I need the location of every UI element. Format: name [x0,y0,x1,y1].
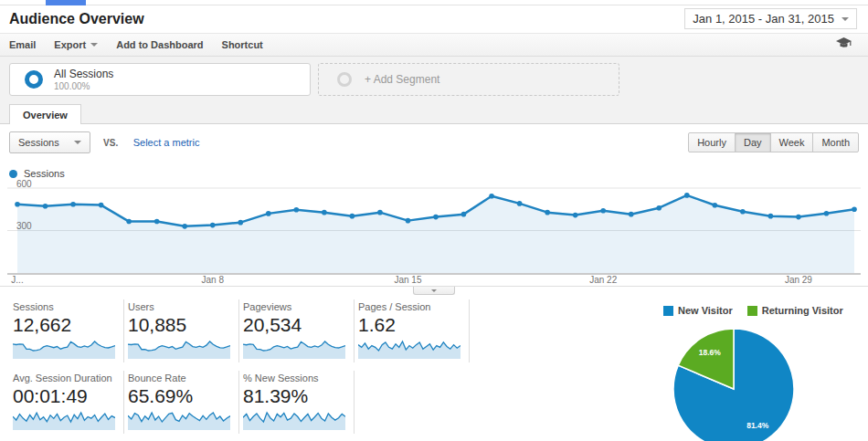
x-axis-tick: Jan 22 [589,275,617,285]
metric-value: 10,885 [128,314,233,336]
chart-controls: Sessions VS. Select a metric Hourly Day … [9,131,859,157]
chevron-down-icon [431,289,437,292]
interval-week-button[interactable]: Week [770,132,814,152]
metric-value: 00:01:49 [13,385,118,407]
metric-card-pageviews: Pageviews 20,534 [239,299,355,362]
sessions-line-chart [7,182,861,275]
metric-label: Avg. Session Duration [13,373,118,383]
export-button[interactable]: Export [54,39,98,50]
segment-percent: 100.00% [54,81,113,91]
legend-label: New Visitor [678,305,733,316]
x-axis-labels: J...Jan 8Jan 15Jan 22Jan 29 [7,274,861,286]
sessions-legend-dot [9,170,17,178]
metric-card-bounce-rate: Bounce Rate 65.69% [124,371,239,434]
main-chart-legend: Sessions [9,168,868,179]
vs-label: VS. [103,138,118,148]
legend-returning-visitor: Returning Visitor [747,305,843,316]
shortcut-button[interactable]: Shortcut [222,39,263,50]
metric-label: % New Sessions [243,373,348,383]
chevron-down-icon [74,141,81,144]
add-segment-label: + Add Segment [365,73,439,86]
sparkline [358,339,460,359]
date-range-text: Jan 1, 2015 - Jan 31, 2015 [693,12,834,26]
svg-text:18.6%: 18.6% [699,348,722,357]
tab-overview[interactable]: Overview [9,104,81,124]
x-axis-tick: Jan 15 [394,275,421,285]
main-chart: 600 300 J...Jan 8Jan 15Jan 22Jan 29 [7,182,861,286]
metric-label: Bounce Rate [128,373,233,383]
sparkline [13,410,115,430]
main-chart-section: 600 300 J...Jan 8Jan 15Jan 22Jan 29 [0,182,868,287]
metric-card-pages-per-session: Pages / Session 1.62 [355,299,470,362]
metric-card-avg-session-duration: Avg. Session Duration 00:01:49 [9,371,124,434]
sparkline [13,339,115,359]
summary-section: Sessions 12,662 Users 10,885 Pageviews 2… [0,299,868,441]
metric-card-new-sessions: % New Sessions 81.39% [239,371,355,434]
metric-card-sessions: Sessions 12,662 [9,299,124,362]
date-range-selector[interactable]: Jan 1, 2015 - Jan 31, 2015 [684,8,857,29]
returning-visitor-swatch-icon [747,306,757,316]
add-segment-button[interactable]: + Add Segment [318,63,619,96]
interval-month-button[interactable]: Month [812,132,859,152]
education-icon[interactable] [836,37,852,53]
legend-label: Returning Visitor [762,305,843,316]
export-label: Export [54,39,86,50]
visitor-type-panel: New Visitor Returning Visitor 81.4%18.6% [512,299,868,441]
interval-day-button[interactable]: Day [735,132,771,152]
metric-card-row: Avg. Session Duration 00:01:49 Bounce Ra… [9,371,512,434]
metric-value: 20,534 [243,314,348,336]
metric-card-users: Users 10,885 [124,299,239,362]
select-a-metric-link[interactable]: Select a metric [133,137,200,148]
legend-new-visitor: New Visitor [663,305,733,316]
metric-label: Sessions [13,301,118,312]
pie-legend: New Visitor Returning Visitor [663,305,868,316]
add-segment-ring-icon [337,72,352,87]
add-to-dashboard-button[interactable]: Add to Dashboard [116,39,203,50]
metric-label: Pages / Session [358,301,463,312]
metric-label: Pageviews [243,301,348,312]
metric-select-dropdown[interactable]: Sessions [9,131,90,153]
segment-ring-icon [25,70,43,89]
chart-collapse-button[interactable] [413,287,455,295]
tab-row: Overview [0,102,868,124]
page-header: Audience Overview Jan 1, 2015 - Jan 31, … [0,5,868,33]
metric-value: 81.39% [243,385,348,407]
metric-card-row: Sessions 12,662 Users 10,885 Pageviews 2… [9,299,512,362]
segment-all-sessions[interactable]: All Sessions 100.00% [9,63,311,96]
metric-value: 65.69% [128,385,233,407]
visitor-type-pie-chart: 81.4%18.6% [665,323,802,441]
segments-bar: All Sessions 100.00% + Add Segment [0,57,868,102]
metric-value: 1.62 [358,314,463,336]
segment-label: All Sessions [54,68,113,80]
chevron-down-icon [842,17,849,21]
metric-label: Users [128,301,233,312]
page-title: Audience Overview [9,11,144,27]
svg-text:81.4%: 81.4% [746,421,769,430]
sparkline [128,410,230,430]
metric-value: 12,662 [13,314,118,336]
x-axis-tick: J... [11,275,23,285]
y-axis-tick: 300 [16,221,32,231]
sparkline [243,339,345,359]
x-axis-tick: Jan 29 [785,275,812,285]
new-visitor-swatch-icon [663,306,673,316]
metric-cards: Sessions 12,662 Users 10,885 Pageviews 2… [0,299,512,441]
x-axis-tick: Jan 8 [201,275,223,285]
chevron-down-icon [90,43,98,47]
metric-select-value: Sessions [18,137,59,148]
sparkline [128,339,230,359]
report-toolbar: Email Export Add to Dashboard Shortcut [0,33,868,57]
email-button[interactable]: Email [9,39,36,50]
interval-switcher: Hourly Day Week Month [689,132,859,152]
interval-hourly-button[interactable]: Hourly [688,132,736,152]
sessions-legend-label: Sessions [24,168,65,179]
y-axis-tick: 600 [16,179,32,189]
sparkline [243,410,345,430]
